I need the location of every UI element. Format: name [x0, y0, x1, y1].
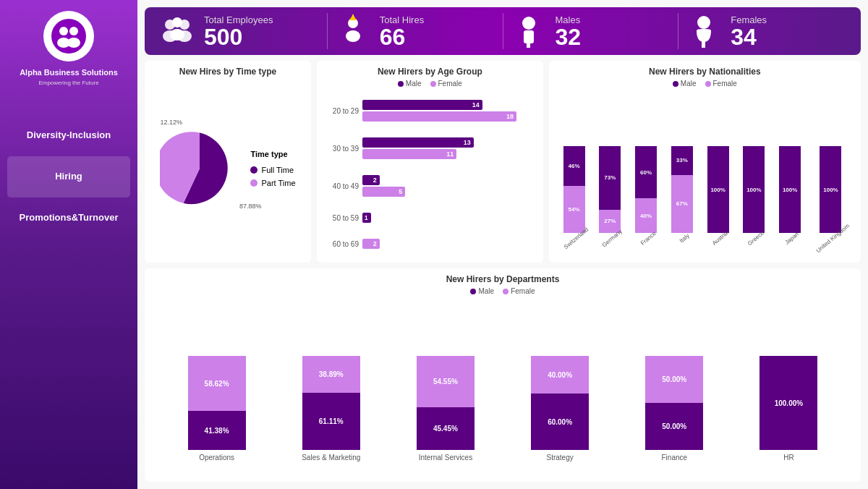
- divider-3: [678, 13, 678, 49]
- dept-bar-group: 50.00%50.00%Finance: [623, 356, 726, 462]
- male-icon: [511, 13, 547, 49]
- dept-male-seg: 41.38%: [188, 411, 246, 450]
- pie-container: 12.12% 87.88% Time type Full Time Part T…: [150, 80, 305, 257]
- age-bar-group: 2: [362, 239, 534, 249]
- stat-total-hires: Total Hires 66: [335, 13, 495, 49]
- age-male-legend: Male: [398, 80, 422, 88]
- middle-charts-row: New Hires by Time type 12.12% 87.88%: [145, 61, 861, 263]
- age-bar-row: 40 to 4925: [326, 175, 534, 197]
- males-value: 32: [556, 25, 582, 48]
- dept-female-legend: Female: [503, 287, 535, 295]
- nationality-panel: New Hirers by Nationalities Male Female …: [549, 61, 861, 263]
- age-group-title: New Hirers by Age Group: [323, 67, 537, 77]
- svg-point-15: [522, 17, 535, 30]
- svg-rect-19: [702, 41, 705, 48]
- hires-text: Total Hires 66: [380, 14, 424, 48]
- dept-bar-stack: 58.62%41.38%: [188, 356, 246, 450]
- nat-bar-group: 100%Japan: [774, 146, 806, 242]
- age-bar-label: 60 to 69: [326, 240, 359, 248]
- stat-males: Males 32: [511, 13, 671, 49]
- dept-name-label: Internal Services: [419, 454, 472, 462]
- female-bar: 2: [362, 239, 380, 249]
- nat-female-seg: 40%: [635, 198, 657, 233]
- dept-legend: Male Female: [150, 287, 855, 295]
- company-tagline: Empowering the Future: [38, 80, 98, 86]
- sidebar-item-diversity[interactable]: Diversity-Inclusion: [7, 115, 130, 156]
- dept-male-seg: 61.11%: [302, 393, 360, 450]
- dept-female-dot: [503, 289, 509, 294]
- nat-male-seg: 100%: [820, 146, 841, 233]
- full-time-dot: [250, 166, 258, 174]
- nat-bar-stack: 60%40%: [635, 146, 657, 233]
- employees-icon: [159, 13, 195, 49]
- dept-bar-stack: 100.00%: [760, 356, 817, 450]
- females-value: 34: [731, 25, 767, 48]
- female-icon: [686, 13, 722, 49]
- dept-bar-group: 54.55%45.45%Internal Services: [393, 356, 497, 462]
- sidebar-item-promotions[interactable]: Promotions&Turnover: [7, 197, 130, 239]
- nat-bar-group: 33%67%Italy: [666, 146, 698, 242]
- nat-male-legend: Male: [673, 80, 697, 88]
- nat-bar-stack: 100%: [743, 146, 765, 233]
- svg-point-9: [172, 17, 182, 27]
- nat-bar-group: 100%Greece: [739, 146, 770, 242]
- age-bar-label: 50 to 59: [326, 214, 359, 222]
- sidebar-item-hiring[interactable]: Hiring: [7, 156, 130, 197]
- svg-point-1: [59, 27, 68, 35]
- age-bar-label: 40 to 49: [326, 182, 359, 190]
- sidebar: Alpha Business Solutions Empowering the …: [0, 0, 137, 489]
- stat-total-employees: Total Employees 500: [159, 13, 320, 49]
- hires-icon: [335, 13, 371, 49]
- dept-male-seg: 100.00%: [760, 356, 817, 450]
- nat-female-seg: 67%: [671, 175, 693, 233]
- dept-title: New Hirers by Departments: [150, 274, 855, 284]
- nat-male-seg: 100%: [779, 146, 801, 233]
- age-female-legend: Female: [430, 80, 462, 88]
- nat-bar-stack: 100%: [820, 146, 841, 233]
- males-text: Males 32: [556, 14, 582, 48]
- company-name: Alpha Business Solutions: [20, 67, 118, 77]
- dept-male-dot: [470, 289, 476, 294]
- svg-point-0: [51, 19, 86, 54]
- dept-female-seg: 54.55%: [417, 356, 475, 407]
- svg-point-12: [346, 30, 360, 42]
- dept-bars: 58.62%41.38%Operations38.89%61.11%Sales …: [150, 299, 855, 476]
- departments-panel: New Hirers by Departments Male Female 58…: [145, 268, 861, 482]
- age-bar-label: 20 to 29: [326, 107, 359, 115]
- male-bar: 14: [362, 100, 482, 110]
- age-bar-group: 1: [362, 213, 534, 223]
- age-bar-row: 20 to 291418: [326, 100, 534, 122]
- nat-male-seg: 100%: [707, 146, 729, 233]
- employees-text: Total Employees 500: [204, 14, 273, 48]
- age-bar-row: 30 to 391311: [326, 137, 534, 159]
- nat-female-dot: [705, 81, 711, 87]
- nat-female-seg: 54%: [563, 186, 585, 233]
- dept-bar-group: 58.62%41.38%Operations: [165, 356, 268, 462]
- dept-female-seg: 50.00%: [645, 356, 703, 403]
- divider-2: [503, 13, 503, 49]
- nat-bar-stack: 46%54%: [563, 146, 585, 233]
- pie-chart: 12.12% 87.88%: [160, 129, 239, 208]
- female-bar: 11: [362, 149, 456, 159]
- nat-bar-stack: 73%27%: [599, 146, 621, 233]
- svg-rect-17: [527, 41, 530, 48]
- dept-bar-stack: 50.00%50.00%: [645, 356, 703, 450]
- age-bar-group: 1418: [362, 100, 534, 122]
- dept-male-legend: Male: [470, 287, 494, 295]
- female-bar: 5: [362, 187, 405, 197]
- logo: [43, 11, 94, 61]
- nationality-title: New Hirers by Nationalities: [555, 67, 855, 77]
- dept-name-label: HR: [783, 454, 793, 462]
- main-content: Total Employees 500 Total Hires 66: [137, 0, 868, 489]
- time-type-title: New Hires by Time type: [150, 67, 305, 77]
- dept-male-seg: 50.00%: [645, 403, 703, 450]
- nat-bar-group: 100%United Kingdom: [810, 146, 851, 242]
- time-type-panel: New Hires by Time type 12.12% 87.88%: [145, 61, 311, 263]
- dept-female-seg: 38.89%: [302, 356, 360, 393]
- part-time-label-text: Part Time: [261, 179, 295, 187]
- nat-bar-group: 46%54%Switzerland: [558, 146, 590, 242]
- employees-value: 500: [204, 25, 273, 48]
- age-female-dot: [430, 81, 436, 87]
- nat-bar-stack: 33%67%: [671, 146, 693, 233]
- nat-legend: Male Female: [555, 80, 855, 88]
